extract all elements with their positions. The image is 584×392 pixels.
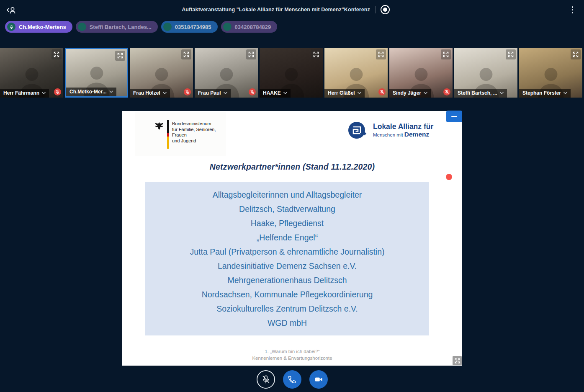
kebab-dot	[572, 12, 574, 13]
participant-name: HAAKE	[263, 90, 281, 96]
kebab-dot	[572, 9, 574, 11]
participant-name-dropdown[interactable]: Herr Gläßel	[324, 89, 365, 98]
participant-name: Frau Hölzel	[133, 90, 160, 96]
talker-chip[interactable]: 035184734985	[161, 21, 218, 33]
chevron-down-icon	[109, 90, 113, 93]
video-camera-icon	[314, 375, 323, 384]
tile-fullscreen-button[interactable]	[441, 49, 451, 59]
talker-chip[interactable]: 034208784829	[221, 21, 278, 33]
presentation-fullscreen-button[interactable]	[453, 356, 462, 365]
talker-chip[interactable]: Ch.Metko-Mertens	[5, 21, 72, 33]
participant-name-dropdown[interactable]: Ch.Metko-Mer...	[66, 88, 116, 96]
expand-arrows-icon	[572, 51, 579, 58]
chevron-down-icon	[563, 92, 567, 94]
participant-name-dropdown[interactable]: Herr Fährmann	[0, 89, 49, 98]
chevron-down-icon	[500, 92, 504, 94]
expand-arrows-icon	[117, 52, 123, 59]
meeting-title: Auftaktveranstaltung "Lokale Allianz für…	[182, 7, 370, 13]
partner-line: Landesinitiative Demenz Sachsen e.V.	[145, 259, 429, 273]
partner-line: „Helfende Engel“	[145, 230, 429, 245]
partner-line: Mehrgenerationenhaus Delitzsch	[145, 273, 429, 287]
chevron-down-icon	[283, 92, 287, 94]
expand-arrows-icon	[443, 51, 449, 58]
partner-line: Soziokulturelles Zentrum Delitzsch e.V.	[145, 302, 429, 316]
partner-line: Alltagsbegleiterinnen und Alltagsbegleit…	[145, 188, 429, 202]
lokale-allianz-logo: Lokale Allianz für Menschen mit Demenz	[347, 119, 433, 141]
bmfsfj-logo: Bundesministerium für Familie, Senioren,…	[135, 112, 226, 156]
expand-arrows-icon	[248, 51, 255, 58]
webcam-tile: HAAKE	[260, 48, 323, 98]
ministry-name: Bundesministerium für Familie, Senioren,…	[172, 120, 226, 156]
tile-fullscreen-button[interactable]	[246, 49, 256, 59]
leave-audio-button[interactable]	[283, 370, 301, 389]
recording-indicator-button[interactable]	[381, 5, 390, 14]
webcam-tile: Steffi Bartsch, ...	[454, 48, 517, 98]
topbar-divider	[375, 6, 376, 13]
allianz-maze-icon	[347, 120, 369, 140]
muted-mic-badge	[378, 88, 386, 95]
participant-name-dropdown[interactable]: Steffi Bartsch, ...	[454, 89, 507, 98]
tile-fullscreen-button[interactable]	[51, 49, 62, 59]
expand-arrows-icon	[454, 358, 461, 364]
top-bar: Auftaktveranstaltung "Lokale Allianz für…	[0, 0, 584, 19]
expand-arrows-icon	[378, 51, 384, 58]
talker-name: Steffi Bartsch, Landes...	[90, 24, 152, 30]
talker-name: 034208784829	[235, 24, 271, 30]
webcam-button[interactable]	[309, 370, 328, 389]
microphone-slash-icon	[380, 90, 384, 94]
participant-name-dropdown[interactable]: Sindy Jäger	[389, 89, 431, 98]
partner-line: WGD mbH	[145, 316, 429, 330]
microphone-slash-icon	[185, 90, 190, 94]
participant-name-dropdown[interactable]: HAAKE	[260, 89, 291, 98]
tile-fullscreen-button[interactable]	[506, 49, 516, 59]
chevron-down-icon	[358, 92, 361, 94]
tile-fullscreen-button[interactable]	[376, 49, 386, 59]
talker-avatar-icon	[78, 23, 86, 31]
tile-fullscreen-button[interactable]	[571, 49, 581, 59]
participant-name-dropdown[interactable]: Stephan Förster	[519, 89, 571, 98]
partner-list-box: Alltagsbegleiterinnen und Alltagsbegleit…	[145, 182, 429, 335]
talker-avatar-icon	[163, 23, 172, 31]
microphone-icon	[9, 25, 14, 29]
talker-chip[interactable]: Steffi Bartsch, Landes...	[76, 21, 158, 33]
presenter-pointer-dot	[446, 174, 452, 180]
participant-name-dropdown[interactable]: Frau Paul	[195, 89, 231, 98]
partner-line: Jutta Paul (Privatperson & ehrenamtliche…	[145, 245, 429, 259]
expand-arrows-icon	[507, 51, 514, 58]
unmute-microphone-button[interactable]	[257, 370, 275, 389]
chevron-down-icon	[424, 92, 427, 94]
allianz-wordmark: Lokale Allianz für Menschen mit Demenz	[373, 123, 433, 138]
participant-name: Steffi Bartsch, ...	[458, 90, 497, 96]
kebab-dot	[572, 6, 574, 8]
tile-fullscreen-button[interactable]	[115, 51, 125, 61]
talker-name: 035184734985	[175, 24, 211, 30]
chevron-down-icon	[224, 92, 227, 94]
slide-title: Netzwerkpartner*innen (Stand 11.12.2020)	[122, 162, 462, 172]
expand-arrows-icon	[313, 51, 319, 58]
partner-line: Delitzsch, Stadtverwaltung	[145, 202, 429, 216]
participant-name: Herr Fährmann	[3, 90, 39, 96]
webcam-tile: Herr Fährmann	[0, 48, 63, 98]
minimize-presentation-button[interactable]	[446, 111, 462, 122]
slide-canvas: Bundesministerium für Familie, Senioren,…	[122, 111, 462, 366]
webcam-tile: Stephan Förster	[519, 48, 582, 98]
participant-name: Herr Gläßel	[328, 90, 355, 96]
muted-mic-badge	[54, 88, 61, 95]
webcam-tile: Frau Paul	[195, 48, 258, 98]
partner-line: Nordsachsen, Kommunale Pflegekoordinieru…	[145, 287, 429, 302]
german-flag-stripe	[167, 120, 169, 149]
tile-fullscreen-button[interactable]	[181, 49, 191, 59]
options-menu-button[interactable]	[570, 5, 575, 14]
record-dot-icon	[383, 8, 387, 12]
participant-name-dropdown[interactable]: Frau Hölzel	[130, 89, 170, 98]
talker-name: Ch.Metko-Mertens	[19, 24, 66, 30]
participant-name: Ch.Metko-Mer...	[69, 89, 107, 95]
participant-name: Stephan Förster	[522, 90, 561, 96]
webcam-strip: Herr Fährmann	[0, 48, 584, 98]
chevron-down-icon	[163, 92, 167, 94]
tile-fullscreen-button[interactable]	[311, 49, 321, 59]
minus-icon	[451, 116, 457, 117]
talker-avatar-icon	[7, 23, 15, 31]
phone-handset-icon	[288, 375, 296, 384]
webcam-tile: Herr Gläßel	[324, 48, 388, 98]
